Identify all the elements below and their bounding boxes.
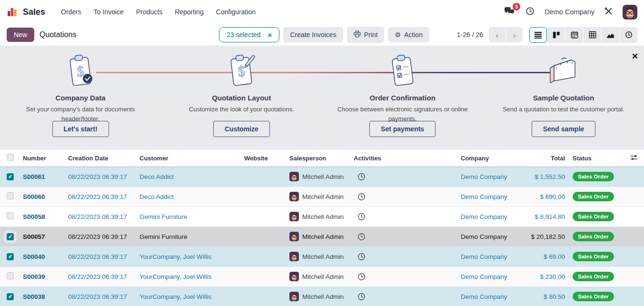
creation-date: 08/22/2023 06:39:17	[68, 193, 127, 200]
row-checkbox[interactable]	[7, 212, 14, 219]
briefcase-icon	[545, 53, 583, 89]
row-checkbox[interactable]	[7, 233, 14, 240]
salesperson-avatar	[289, 212, 299, 221]
col-website[interactable]: Website	[240, 150, 286, 167]
menu-to-invoice[interactable]: To Invoice	[89, 5, 129, 19]
col-status[interactable]: Status	[569, 150, 622, 167]
menu-reporting[interactable]: Reporting	[169, 5, 209, 19]
col-creation-date[interactable]: Creation Date	[64, 150, 136, 167]
activity-clock-icon	[525, 6, 535, 18]
activity-clock-icon[interactable]	[354, 273, 453, 281]
kanban-view-icon[interactable]	[547, 27, 565, 43]
col-number[interactable]: Number	[19, 150, 64, 167]
col-activities[interactable]: Activities	[350, 150, 457, 167]
col-salesperson[interactable]: Salesperson	[286, 150, 350, 167]
clear-selection-icon[interactable]: ×	[268, 31, 272, 39]
order-total: $ 69.00	[544, 253, 565, 260]
sales-app-logo-icon[interactable]	[7, 6, 18, 18]
table-row[interactable]: S00038 08/22/2023 06:39:17 YourCompany, …	[0, 286, 644, 306]
tools-icon	[604, 7, 613, 17]
company-name: Demo Company	[461, 233, 507, 240]
view-switcher	[529, 27, 637, 43]
clipboard-pen-icon: $	[224, 53, 258, 89]
order-number: S00039	[23, 273, 45, 280]
salesperson-avatar	[289, 192, 299, 201]
top-navbar: Sales Orders To Invoice Products Reporti…	[0, 0, 644, 24]
menu-products[interactable]: Products	[131, 5, 168, 19]
status-badge: Sales Order	[573, 192, 614, 201]
pager-next-icon[interactable]: ›	[506, 27, 523, 42]
status-badge: Sales Order	[573, 172, 614, 181]
activity-clock-icon[interactable]	[354, 233, 453, 241]
company-switcher[interactable]: Demo Company	[545, 8, 594, 16]
creation-date: 08/22/2023 06:39:17	[68, 293, 127, 300]
calendar-view-icon[interactable]	[565, 27, 583, 43]
col-total[interactable]: Total	[526, 150, 569, 167]
action-button[interactable]: ⚙ Action	[388, 27, 429, 42]
status-badge: Sales Order	[573, 212, 614, 221]
row-checkbox[interactable]	[7, 253, 14, 260]
step-title: Company Data	[56, 94, 106, 102]
table-row[interactable]: S00060 08/22/2023 06:39:17 Deco Addict M…	[0, 187, 644, 207]
select-all-checkbox[interactable]	[7, 154, 14, 161]
salesperson-name: Mitchell Admin	[302, 273, 344, 280]
table-row[interactable]: S00058 08/22/2023 06:39:17 Gemini Furnit…	[0, 207, 644, 227]
app-name[interactable]: Sales	[23, 7, 45, 17]
messages-button[interactable]: 5	[504, 6, 515, 18]
tools-button[interactable]	[604, 7, 613, 17]
step-description: Send a quotation to test the customer po…	[503, 105, 624, 114]
banner-close-icon[interactable]: ✕	[632, 52, 638, 60]
company-name: Demo Company	[461, 193, 507, 200]
pager-previous-icon[interactable]: ‹	[489, 27, 505, 42]
activities-button[interactable]	[525, 6, 535, 18]
selection-chip: 23 selected ×	[219, 27, 279, 42]
col-company[interactable]: Company	[457, 150, 526, 167]
activity-clock-icon[interactable]	[354, 213, 453, 221]
table-row[interactable]: S00039 08/22/2023 06:39:17 YourCompany, …	[0, 267, 644, 286]
table-row[interactable]: S00057 08/22/2023 06:39:17 Gemini Furnit…	[0, 227, 644, 247]
salesperson-name: Mitchell Admin	[302, 193, 344, 200]
user-avatar[interactable]	[623, 5, 637, 20]
salesperson-name: Mitchell Admin	[302, 173, 344, 180]
set-payments-button[interactable]: Set payments	[369, 121, 436, 137]
salesperson-name: Mitchell Admin	[302, 213, 344, 220]
pivot-view-icon[interactable]	[584, 27, 601, 43]
row-checkbox[interactable]	[7, 293, 14, 300]
col-customer[interactable]: Customer	[136, 150, 240, 167]
company-name: Demo Company	[461, 173, 507, 180]
activity-clock-icon[interactable]	[354, 173, 453, 181]
company-name: Demo Company	[461, 213, 507, 220]
salesperson-name: Mitchell Admin	[302, 253, 344, 260]
optional-columns-icon[interactable]	[630, 155, 638, 162]
order-total: $ 1,552.50	[535, 173, 565, 180]
row-checkbox[interactable]	[7, 192, 14, 199]
activity-clock-icon[interactable]	[354, 253, 453, 261]
customer-name: Deco Addict	[139, 193, 174, 200]
send-sample-button[interactable]: Send sample	[532, 121, 595, 137]
list-view-icon[interactable]	[529, 27, 547, 43]
menu-configuration[interactable]: Configuration	[211, 5, 261, 19]
activity-clock-icon[interactable]	[354, 193, 453, 201]
order-number: S00058	[23, 213, 45, 220]
graph-view-icon[interactable]	[602, 27, 619, 43]
salesperson-avatar	[289, 232, 299, 241]
clipboard-list-icon	[386, 53, 420, 89]
lets-start-button[interactable]: Let's start!	[52, 121, 109, 137]
table-row[interactable]: S00040 08/22/2023 06:39:17 YourCompany, …	[0, 247, 644, 267]
creation-date: 08/22/2023 06:39:17	[68, 233, 127, 240]
menu-orders[interactable]: Orders	[56, 5, 87, 19]
customize-button[interactable]: Customize	[213, 121, 270, 137]
new-button[interactable]: New	[7, 28, 34, 42]
onboarding-step-quotation-layout: $ Quotation Layout Customize the look of…	[161, 46, 322, 150]
activity-view-icon[interactable]	[620, 27, 637, 43]
selection-count: 23 selected	[227, 31, 261, 39]
row-checkbox[interactable]	[7, 173, 14, 180]
create-invoices-button[interactable]: Create Invoices	[283, 27, 343, 42]
table-row[interactable]: S00061 08/22/2023 06:39:17 Deco Addict M…	[0, 167, 644, 187]
salesperson-name: Mitchell Admin	[302, 293, 344, 300]
row-checkbox[interactable]	[7, 272, 14, 279]
print-button[interactable]: Print	[347, 27, 385, 43]
order-number: S00038	[23, 293, 45, 300]
creation-date: 08/22/2023 06:39:17	[68, 173, 127, 180]
activity-clock-icon[interactable]	[354, 293, 453, 301]
